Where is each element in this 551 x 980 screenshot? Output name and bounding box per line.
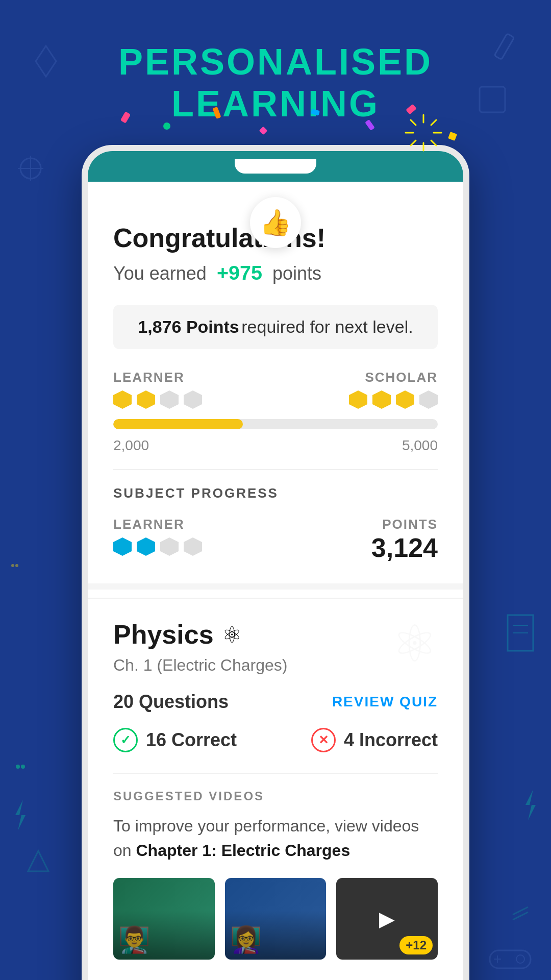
svg-point-10 xyxy=(21,765,25,769)
svg-line-6 xyxy=(513,912,528,920)
physics-icon: ⚛ xyxy=(222,622,242,648)
phone-notch xyxy=(235,159,316,174)
physics-title: Physics xyxy=(113,619,214,650)
section-divider xyxy=(113,469,438,470)
correct-count: 16 xyxy=(146,729,166,750)
subject-points: POINTS 3,124 xyxy=(371,517,438,563)
svg-marker-4 xyxy=(28,851,48,871)
scholar-hex-3 xyxy=(396,390,414,409)
header-section: PERSONALISED LEARNING xyxy=(0,0,551,145)
questions-label: Questions xyxy=(139,691,229,712)
suggested-label: SUGGESTED VIDEOS xyxy=(113,789,438,803)
hex-2 xyxy=(137,390,155,409)
level-row: LEARNER SCHOLAR xyxy=(113,370,438,409)
points-prefix: You earned xyxy=(113,263,207,284)
svg-point-1 xyxy=(20,158,41,179)
svg-point-15 xyxy=(516,955,524,963)
scholar-hex-4 xyxy=(419,390,438,409)
sub-hex-1 xyxy=(113,537,132,556)
video-thumbnails: 👨‍🏫 👩‍🏫 ▶ +12 xyxy=(113,878,438,960)
correct-icon: ✓ xyxy=(113,728,138,752)
progress-bar-container xyxy=(113,419,438,429)
questions-number: 20 xyxy=(113,691,134,712)
points-label: POINTS xyxy=(371,517,438,532)
points-number: 3,124 xyxy=(371,532,438,563)
scholar-label: SCHOLAR xyxy=(349,370,438,385)
points-suffix: points xyxy=(272,263,321,284)
video-thumb-3[interactable]: ▶ +12 xyxy=(336,878,438,960)
learner-label: LEARNER xyxy=(113,370,202,385)
correct-text: 16 Correct xyxy=(146,729,237,751)
subject-row: LEARNER POINTS 3,124 xyxy=(113,517,438,563)
phone-notch-area xyxy=(88,151,463,182)
video-points-badge: +12 xyxy=(399,936,433,954)
svg-line-5 xyxy=(513,907,528,915)
incorrect-result: ✕ 4 Incorrect xyxy=(311,728,438,752)
sub-hex-3 xyxy=(160,537,179,556)
progress-start: 2,000 xyxy=(113,437,149,454)
review-quiz-button[interactable]: REVIEW QUIZ xyxy=(332,694,438,710)
hex-3 xyxy=(160,390,179,409)
svg-point-12 xyxy=(15,564,18,567)
page-headline: PERSONALISED LEARNING xyxy=(20,41,531,125)
points-required-suffix: required for next level. xyxy=(241,317,413,336)
incorrect-icon: ✕ xyxy=(311,728,336,752)
physics-subtitle: Ch. 1 (Electric Charges) xyxy=(113,656,438,675)
subject-learner-label: LEARNER xyxy=(113,517,202,532)
points-required-bold: 1,876 Points xyxy=(138,317,239,336)
hex-1 xyxy=(113,390,132,409)
progress-end: 5,000 xyxy=(402,437,438,454)
points-required-banner: 1,876 Points required for next level. xyxy=(113,305,438,349)
incorrect-count: 4 xyxy=(344,729,354,750)
suggested-section: SUGGESTED VIDEOS To improve your perform… xyxy=(113,773,438,960)
learner-level: LEARNER xyxy=(113,370,202,409)
subject-learner: LEARNER xyxy=(113,517,202,556)
sub-hex-2 xyxy=(137,537,155,556)
description-bold: Chapter 1: Electric Charges xyxy=(136,841,350,860)
results-row: ✓ 16 Correct ✕ 4 Incorrect xyxy=(113,728,438,752)
subject-hexagons xyxy=(113,537,202,556)
scholar-hexagons xyxy=(349,390,438,409)
scholar-hex-1 xyxy=(349,390,367,409)
svg-point-9 xyxy=(16,765,20,769)
learner-hexagons xyxy=(113,390,202,409)
phone-frame: 👍 Congratulations! You earned +975 point… xyxy=(82,145,469,980)
physics-header: Physics ⚛ ⚛ xyxy=(113,619,438,650)
incorrect-text: 4 Incorrect xyxy=(344,729,438,751)
correct-result: ✓ 16 Correct xyxy=(113,728,237,752)
correct-label: Correct xyxy=(171,729,237,750)
svg-rect-14 xyxy=(490,950,531,968)
video-thumb-2[interactable]: 👩‍🏫 xyxy=(225,878,327,960)
points-value: +975 xyxy=(217,261,262,284)
sub-hex-4 xyxy=(184,537,202,556)
physics-card: Physics ⚛ ⚛ Ch. 1 (Electric Charges) 20 … xyxy=(88,598,463,980)
svg-point-11 xyxy=(11,564,14,567)
physics-bg-icon: ⚛ xyxy=(392,614,438,674)
progress-labels: 2,000 5,000 xyxy=(113,437,438,454)
video-thumb-1[interactable]: 👨‍🏫 xyxy=(113,878,215,960)
points-earned-row: You earned +975 points xyxy=(113,261,438,284)
questions-count: 20 Questions xyxy=(113,691,229,713)
thumbs-badge: 👍 xyxy=(250,197,301,248)
suggested-text: To improve your performance, view videos… xyxy=(113,814,438,863)
headline-part2: LEARNING xyxy=(171,83,380,124)
scholar-level: SCHOLAR xyxy=(349,370,438,409)
thumbs-emoji: 👍 xyxy=(260,208,291,237)
incorrect-label: Incorrect xyxy=(359,729,438,750)
progress-bar-fill xyxy=(113,419,243,429)
scholar-hex-2 xyxy=(372,390,391,409)
questions-row: 20 Questions REVIEW QUIZ xyxy=(113,691,438,713)
hex-4 xyxy=(184,390,202,409)
subject-progress-header: SUBJECT PROGRESS xyxy=(113,485,438,501)
headline-part1: PERSONALISED xyxy=(118,41,433,82)
